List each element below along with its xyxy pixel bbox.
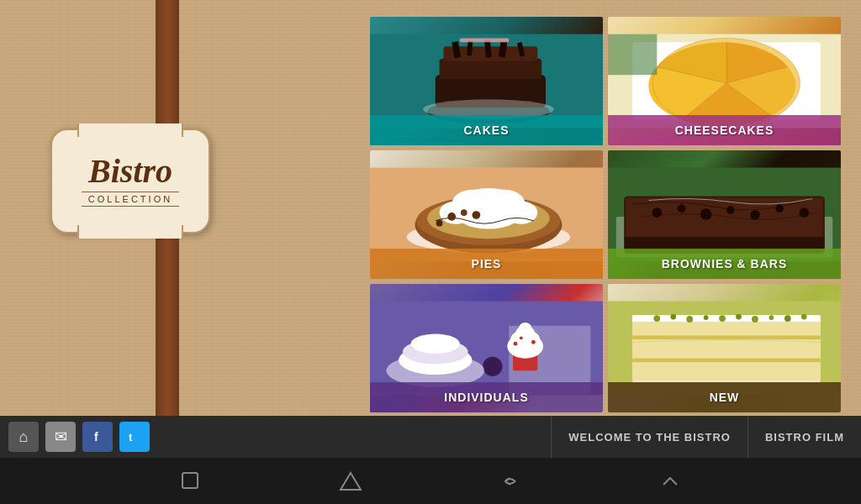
svg-rect-74 [632,359,821,363]
tile-individuals[interactable]: INDIVIDUALS [370,284,603,412]
nav-up-button[interactable] [653,465,687,498]
svg-text:f: f [94,430,98,444]
nav-back-button[interactable] [494,465,527,498]
nav-home-button[interactable] [334,465,367,498]
svg-rect-72 [632,335,821,339]
tile-pies[interactable]: PIES [370,150,603,279]
svg-rect-10 [460,38,509,42]
svg-rect-76 [632,315,821,322]
svg-point-35 [472,211,480,219]
svg-rect-3 [440,59,541,79]
tile-new[interactable]: NEW [608,284,841,412]
svg-point-81 [719,315,726,322]
svg-point-79 [686,316,693,323]
svg-point-60 [531,340,536,344]
svg-point-36 [436,220,443,227]
svg-point-77 [653,315,660,322]
tile-cheesecakes-label[interactable]: CHEESECAKES [608,115,841,145]
tile-brownies[interactable]: BROWNIES & BARS [608,150,841,279]
svg-point-82 [736,314,742,320]
svg-point-84 [769,315,774,320]
twitter-icon-button[interactable]: t [119,422,150,452]
svg-point-63 [484,359,500,375]
svg-point-33 [447,213,456,221]
svg-point-47 [750,210,760,220]
home-icon-button[interactable]: ⌂ [8,422,39,452]
svg-rect-91 [182,473,198,488]
svg-point-83 [752,316,758,323]
category-grid: CAKES [362,8,849,421]
tile-cakes[interactable]: CAKES [370,17,603,145]
facebook-icon-button[interactable]: f [82,422,113,452]
svg-marker-92 [341,473,361,490]
svg-point-86 [801,314,807,320]
tile-cheesecakes[interactable]: CHEESECAKES [608,17,841,145]
tile-new-label[interactable]: NEW [608,382,841,412]
tile-cakes-label[interactable]: CAKES [370,115,603,145]
brand-name: Bistro [88,155,172,188]
bottom-toolbar: ⌂ ✉ f t WELCOME TO THE BISTRO BISTRO FIL… [0,416,861,458]
svg-point-61 [520,336,523,339]
svg-point-67 [411,333,460,353]
nav-recents-button[interactable] [174,465,208,498]
tile-brownies-label[interactable]: BROWNIES & BARS [608,249,841,279]
svg-point-34 [461,209,467,216]
welcome-button[interactable]: WELCOME TO THE BISTRO [551,416,747,458]
svg-point-43 [652,207,662,218]
film-button[interactable]: BISTRO FILM [747,416,861,458]
android-nav-bar [0,458,861,504]
svg-rect-21 [608,34,657,76]
svg-point-85 [784,315,791,322]
brand-subtitle: COLLECTION [82,192,179,207]
svg-point-80 [704,315,709,320]
tile-pies-label[interactable]: PIES [370,249,603,279]
email-icon-button[interactable]: ✉ [45,422,76,452]
logo-badge: Bistro COLLECTION [46,126,214,235]
svg-point-78 [670,314,676,320]
tile-individuals-label[interactable]: INDIVIDUALS [370,382,603,412]
svg-point-48 [775,204,784,213]
toolbar-right: WELCOME TO THE BISTRO BISTRO FILM [551,416,861,458]
svg-text:t: t [129,431,133,444]
svg-rect-75 [632,363,821,381]
svg-rect-73 [632,339,821,360]
toolbar-left: ⌂ ✉ f t [0,422,158,452]
svg-point-58 [519,323,532,334]
svg-point-46 [726,206,735,214]
svg-point-44 [678,204,686,213]
badge-shape: Bistro COLLECTION [50,129,210,234]
svg-rect-50 [624,237,824,249]
svg-point-59 [514,342,518,346]
